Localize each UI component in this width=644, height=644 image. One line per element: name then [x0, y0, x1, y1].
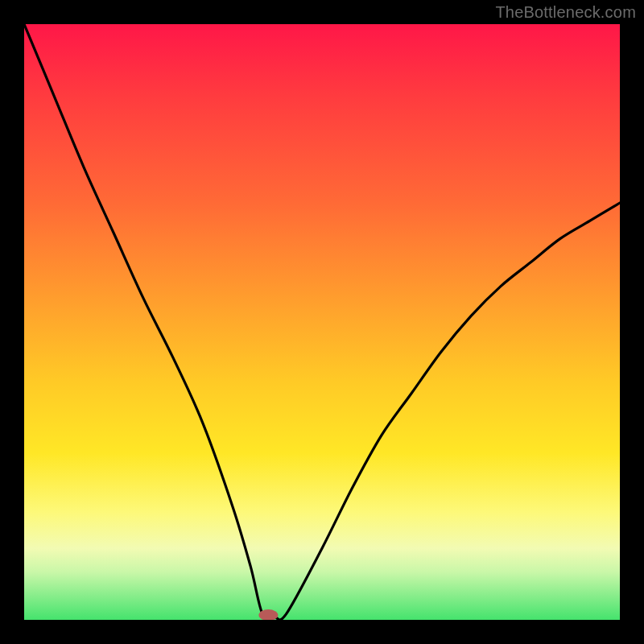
curve-layer [24, 24, 620, 620]
watermark-text: TheBottleneck.com [495, 3, 636, 22]
plot-area [24, 24, 620, 620]
bottleneck-curve [24, 24, 620, 620]
chart-frame: TheBottleneck.com [0, 0, 644, 644]
